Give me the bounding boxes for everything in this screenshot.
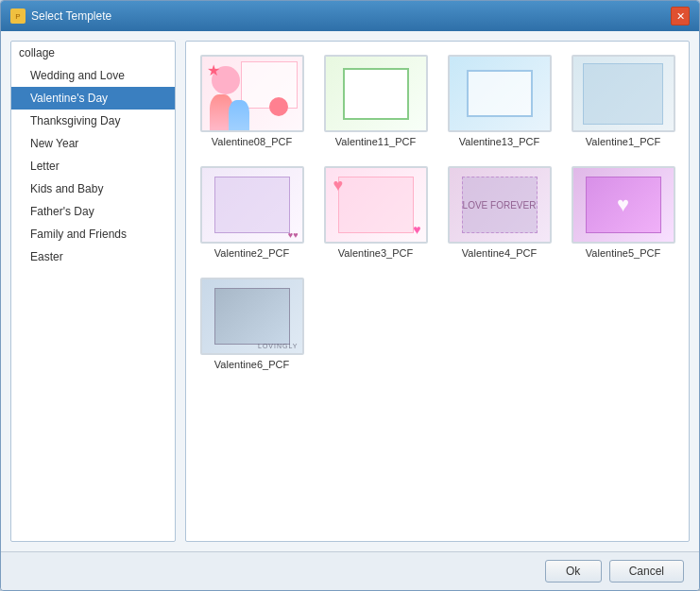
title-bar-left: P Select Templete	[10, 8, 111, 24]
template-thumb-valentine4: LOVE FOREVER	[448, 166, 552, 244]
sidebar-item-familyandfriends[interactable]: Family and Friends	[11, 223, 175, 245]
content-area: collageWedding and LoveValentine's DayTh…	[1, 31, 699, 551]
sidebar-item-fathersday[interactable]: Father's Day	[11, 200, 175, 223]
template-item-valentine11[interactable]: Valentine11_PCF	[319, 51, 432, 151]
svg-text:P: P	[15, 12, 20, 21]
sidebar-item-thanksgiving[interactable]: Thanksgiving Day	[11, 110, 175, 132]
sidebar-item-wedding[interactable]: Wedding and Love	[11, 64, 175, 87]
template-item-valentine13[interactable]: Valentine13_PCF	[443, 51, 555, 151]
app-icon: P	[10, 8, 26, 24]
close-button[interactable]: ✕	[671, 7, 690, 25]
template-label-valentine1: Valentine1_PCF	[586, 136, 660, 147]
dialog-footer: Ok Cancel	[1, 551, 699, 590]
template-label-valentine11: Valentine11_PCF	[335, 136, 416, 147]
templates-panel: ★ Valentine08_PCF Valentine11_PCF Valent…	[185, 41, 690, 542]
template-label-valentine2: Valentine2_PCF	[214, 247, 289, 259]
template-thumb-valentine13	[448, 55, 552, 132]
select-template-dialog: P Select Templete ✕ collageWedding and L…	[0, 0, 700, 591]
dialog-title: Select Templete	[31, 9, 111, 23]
template-item-valentine6[interactable]: LOVINGLY Valentine6_PCF	[196, 274, 308, 374]
template-thumb-valentine5: ♥	[572, 166, 675, 244]
cancel-button[interactable]: Cancel	[609, 560, 684, 583]
template-label-valentine13: Valentine13_PCF	[459, 136, 539, 147]
template-label-valentine08: Valentine08_PCF	[212, 136, 292, 147]
template-thumb-valentine11	[324, 55, 428, 132]
template-thumb-valentine3: ♥ ♥	[324, 166, 428, 244]
template-thumb-valentine08: ★	[200, 55, 304, 132]
title-bar: P Select Templete ✕	[1, 1, 699, 31]
template-label-valentine4: Valentine4_PCF	[462, 247, 537, 259]
ok-button[interactable]: Ok	[545, 560, 602, 583]
sidebar-item-newyear[interactable]: New Year	[11, 132, 175, 155]
templates-grid: ★ Valentine08_PCF Valentine11_PCF Valent…	[196, 51, 679, 374]
template-item-valentine5[interactable]: ♥ Valentine5_PCF	[567, 162, 679, 262]
sidebar-item-letter[interactable]: Letter	[11, 155, 175, 177]
sidebar-item-kidsandbaby[interactable]: Kids and Baby	[11, 177, 175, 200]
template-thumb-valentine1	[572, 55, 675, 132]
template-label-valentine6: Valentine6_PCF	[214, 359, 289, 370]
template-item-valentine2[interactable]: ♥♥ Valentine2_PCF	[196, 162, 308, 262]
template-label-valentine3: Valentine3_PCF	[338, 247, 413, 259]
template-item-valentine3[interactable]: ♥ ♥ Valentine3_PCF	[319, 162, 432, 262]
category-sidebar: collageWedding and LoveValentine's DayTh…	[10, 41, 176, 542]
template-item-valentine08[interactable]: ★ Valentine08_PCF	[196, 51, 308, 151]
template-thumb-valentine6: LOVINGLY	[200, 278, 304, 355]
sidebar-item-collage[interactable]: collage	[11, 42, 175, 64]
sidebar-item-easter[interactable]: Easter	[11, 245, 175, 268]
template-item-valentine4[interactable]: LOVE FOREVER Valentine4_PCF	[443, 162, 555, 262]
template-label-valentine5: Valentine5_PCF	[586, 247, 660, 259]
template-thumb-valentine2: ♥♥	[200, 166, 304, 244]
template-item-valentine1[interactable]: Valentine1_PCF	[567, 51, 679, 151]
sidebar-item-valentines[interactable]: Valentine's Day	[11, 87, 175, 110]
